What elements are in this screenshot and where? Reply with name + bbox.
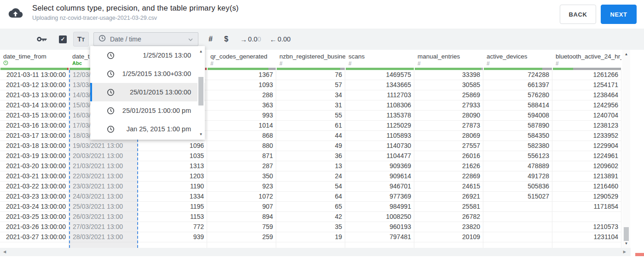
clock-icon <box>3 60 8 65</box>
clock-icon <box>99 35 106 44</box>
table-cell: 33398 <box>414 70 483 80</box>
table-cell: 594008 <box>483 111 552 121</box>
table-cell: 259 <box>207 232 276 242</box>
number-type-button[interactable]: # <box>209 35 213 43</box>
column-header[interactable]: scans# <box>345 50 414 68</box>
scroll-end-indicator <box>635 253 644 256</box>
horizontal-scrollbar[interactable]: ◀ ▶ <box>0 248 631 256</box>
column-cells: 1261266125417112384641242956124070412381… <box>552 70 621 248</box>
scroll-up-icon[interactable]: ▲ <box>622 52 630 56</box>
table-cell: 1135378 <box>345 111 414 121</box>
table-cell: 1242956 <box>552 100 621 111</box>
table-cell <box>483 222 552 232</box>
table-cell: 939 <box>138 232 207 242</box>
table-cell: 2021-03-19 13:00:00 <box>0 151 69 161</box>
table-cell: 588414 <box>483 100 552 111</box>
column-cells: 1469575134366511127031108306113537811250… <box>345 70 414 248</box>
table-cell: 49 <box>276 141 345 151</box>
column-header[interactable]: manual_entries# <box>414 50 483 68</box>
currency-type-button[interactable]: $ <box>224 35 228 43</box>
table-column[interactable]: nzbn_registered_busine#76573431556144493… <box>276 50 345 248</box>
table-cell: 1112703 <box>345 90 414 100</box>
scroll-right-icon[interactable]: ▶ <box>623 248 626 256</box>
table-column[interactable]: qr_codes_generated#136710932883639931014… <box>207 50 276 248</box>
scroll-left-icon[interactable]: ◀ <box>3 248 6 256</box>
column-header[interactable]: bluetooth_active_24_hr_# <box>552 50 621 68</box>
date-format-option[interactable]: 25/01/2015 1:00:00 pm <box>90 101 205 120</box>
table-cell: 909369 <box>345 161 414 171</box>
back-button[interactable]: BACK <box>560 5 596 24</box>
table-cell: 2021-03-12 13:00:00 <box>0 80 69 90</box>
table-column[interactable]: manual_entries#3339830585258692793328090… <box>414 50 483 248</box>
column-header[interactable]: active_devices# <box>483 50 552 68</box>
date-format-option[interactable]: Jan 25, 2015 1:00 pm <box>90 120 205 138</box>
scroll-down-icon[interactable]: ▼ <box>622 241 630 246</box>
table-cell: 1209602 <box>552 161 621 171</box>
table-cell: 21626 <box>414 161 483 171</box>
column-name: date_time_from <box>3 53 67 60</box>
table-column[interactable]: bluetooth_active_24_hr_#1261266125417112… <box>552 50 621 248</box>
table-cell: 22/03/2021 13:00 <box>70 171 137 182</box>
column-name: bluetooth_active_24_hr_ <box>556 53 619 60</box>
table-cell: 28090 <box>414 111 483 121</box>
table-cell: 287 <box>207 161 276 171</box>
table-cell: 13 <box>276 161 345 171</box>
table-cell: 1171854 <box>552 202 621 212</box>
table-cell: 31 <box>276 100 345 111</box>
dropdown-scrollbar[interactable]: ▲ ▼ <box>197 47 204 139</box>
table-cell: 909614 <box>345 171 414 182</box>
table-cell: 25869 <box>414 90 483 100</box>
table-column[interactable]: active_devices#7242886613975762805884145… <box>483 50 552 248</box>
date-format-select[interactable]: Date / time <box>93 32 198 46</box>
date-format-option[interactable]: 1/25/2015 13:00+03:00 <box>90 64 205 83</box>
scroll-down-icon[interactable]: ▼ <box>197 132 204 136</box>
table-cell: 871 <box>207 151 276 161</box>
table-cell: 1190 <box>138 182 207 192</box>
table-cell: 1203 <box>138 171 207 182</box>
column-header[interactable]: nzbn_registered_busine# <box>276 50 345 68</box>
date-format-option[interactable]: 25/01/2015 13:00:00 <box>90 83 205 101</box>
text-type-button[interactable]: TT <box>73 32 89 47</box>
table-column[interactable]: scans#1469575134366511127031108306113537… <box>345 50 414 248</box>
table-cell: 587890 <box>483 121 552 131</box>
primary-key-icon[interactable] <box>37 36 47 42</box>
table-cell: 2021-03-24 13:00:00 <box>0 202 69 212</box>
table-cell: 36 <box>276 151 345 161</box>
table-cell: 2021-03-20 13:00:00 <box>0 161 69 171</box>
vertical-scrollbar-thumb[interactable] <box>624 227 629 241</box>
next-button[interactable]: NEXT <box>601 5 637 24</box>
table-cell: 2021-03-27 13:00:00 <box>0 232 69 242</box>
table-cell: 1254171 <box>552 80 621 90</box>
table-cell: 2021-03-14 13:00:00 <box>0 100 69 111</box>
add-decimal-button[interactable]: → 0.00 <box>240 35 261 43</box>
column-header[interactable]: date_time_from <box>0 50 69 68</box>
table-cell: 491728 <box>483 171 552 182</box>
table-cell: 20/03/2021 13:00 <box>70 151 137 161</box>
date-format-options: 1/25/2015 13:00 1/25/2015 13:00+03:00 25… <box>90 46 205 138</box>
scroll-up-icon[interactable]: ▲ <box>197 49 204 53</box>
column-type-indicator: # <box>556 60 619 67</box>
table-cell: 576280 <box>483 90 552 100</box>
table-cell: 2021-03-23 13:00:00 <box>0 192 69 202</box>
cloud-upload-icon <box>8 7 23 21</box>
table-cell: 27557 <box>414 141 483 151</box>
dropdown-scrollbar-thumb[interactable] <box>198 77 203 106</box>
table-cell: 582380 <box>483 141 552 151</box>
vertical-scrollbar[interactable]: ▲ ▼ <box>622 50 630 248</box>
table-cell: 2021-03-15 13:00:00 <box>0 111 69 121</box>
date-format-option[interactable]: 1/25/2015 13:00 <box>90 46 205 64</box>
table-cell: 556123 <box>483 151 552 161</box>
table-column[interactable]: date_time_from 2021-03-11 13:00:002021-0… <box>0 50 69 248</box>
date-format-option-label: 1/25/2015 13:00 <box>143 52 191 59</box>
table-cell: 1216460 <box>552 182 621 192</box>
table-cell: 1035 <box>138 151 207 161</box>
column-header[interactable]: qr_codes_generated# <box>207 50 276 68</box>
boolean-type-checkbox[interactable]: ✓ <box>59 35 67 43</box>
table-cell: 61 <box>276 121 345 131</box>
page-subtitle: Uploading nz-covid-tracer-usage-2021-03-… <box>32 15 239 21</box>
clock-icon <box>107 125 115 133</box>
clock-icon <box>107 88 115 96</box>
column-cells: 7242886613975762805884145940085878905843… <box>483 70 552 248</box>
remove-decimal-button[interactable]: ← 0.00 <box>270 35 290 43</box>
table-cell: 42 <box>276 212 345 222</box>
